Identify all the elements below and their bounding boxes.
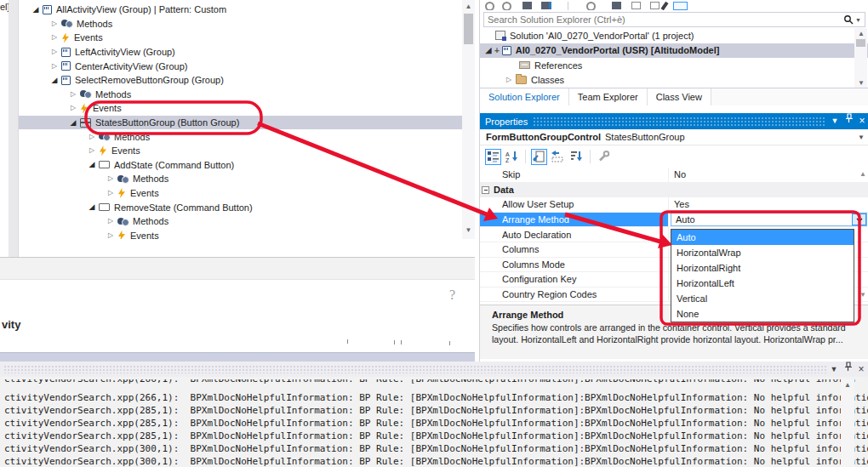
- log-line[interactable]: ctivityVendorSearch.xpp(285,1): BPXmlDoc…: [4, 405, 868, 417]
- dropdown-option-horizontalwrap[interactable]: HorizontalWrap: [671, 245, 854, 260]
- expander-collapsed-icon[interactable]: ▷: [504, 77, 514, 83]
- property-row-arrange-method[interactable]: Arrange Method Auto: [480, 213, 868, 228]
- back-icon[interactable]: [485, 2, 494, 10]
- category-row-data[interactable]: Data: [480, 183, 868, 198]
- home-icon[interactable]: [523, 2, 532, 9]
- search-options-chevron-icon[interactable]: ▼: [855, 17, 861, 23]
- collapse-category-icon[interactable]: [482, 186, 489, 194]
- expander-collapsed-icon[interactable]: ▷: [106, 232, 116, 239]
- tree-item-events[interactable]: ▷ Events: [19, 101, 475, 116]
- help-icon[interactable]: ?: [449, 288, 455, 303]
- properties-shortcut-icon[interactable]: [660, 2, 668, 10]
- tree-item-allactivityview[interactable]: ◢ AllActivityView (Group) | Pattern: Cus…: [19, 3, 475, 17]
- dropdown-option-none[interactable]: None: [671, 306, 854, 322]
- scroll-up-icon[interactable]: ▲: [462, 3, 475, 10]
- tree-item-methods[interactable]: ▷ Methods: [19, 172, 475, 186]
- property-value[interactable]: No: [669, 168, 868, 182]
- dropdown-option-vertical[interactable]: Vertical: [671, 291, 854, 306]
- classes-node[interactable]: ▷ Classes: [480, 73, 868, 88]
- tree-item-statesbuttongroup-selected[interactable]: ◢ StatesButtonGroup (Button Group): [19, 116, 475, 130]
- tab-team-explorer[interactable]: Team Explorer: [569, 88, 648, 105]
- pin-icon[interactable]: [841, 362, 854, 378]
- log-scrollbar[interactable]: ▲: [841, 379, 854, 467]
- log-line[interactable]: ctivityVendorSearch.xpp(300,1): BPXmlDoc…: [4, 443, 868, 455]
- window-position-chevron-icon[interactable]: ▼: [828, 113, 842, 129]
- scroll-thumb[interactable]: [464, 14, 473, 44]
- tree-item-events[interactable]: ▷ Events: [19, 144, 475, 158]
- search-icon[interactable]: ▼: [842, 14, 865, 25]
- grid-scroll-down-icon[interactable]: ▼: [859, 291, 866, 299]
- tree-item-selectremovebuttongroup[interactable]: ◢ SelectRemoveButtonGroup (Group): [19, 73, 475, 88]
- tree-item-leftactivityview[interactable]: ▷ LeftActivityView (Group): [19, 45, 475, 60]
- scroll-thumb[interactable]: [856, 39, 865, 47]
- log-line[interactable]: ctivityVendorSearch.xpp(266,1): BPXmlDoc…: [4, 392, 868, 404]
- tree-item-events[interactable]: ▷ Events: [19, 31, 475, 45]
- categorized-button[interactable]: [485, 149, 501, 165]
- forward-icon[interactable]: [502, 2, 511, 10]
- combo-dropdown-button[interactable]: [852, 214, 866, 225]
- solution-node[interactable]: Solution 'AI0_0270_VendorPortal' (1 proj…: [480, 28, 868, 43]
- expander-collapsed-icon[interactable]: ▷: [49, 34, 60, 41]
- references-node[interactable]: References: [480, 58, 868, 73]
- tree-scrollbar[interactable]: ▲ ▼: [462, 0, 475, 239]
- chevron-down-icon[interactable]: ▼: [858, 134, 865, 141]
- expander-expanded-icon[interactable]: ◢: [49, 77, 60, 84]
- close-icon[interactable]: ×: [855, 113, 868, 129]
- selected-object-combobox[interactable]: FormButtonGroupControl StatesButtonGroup…: [480, 129, 868, 145]
- expander-expanded-icon[interactable]: ◢: [68, 119, 78, 127]
- solution-tree-scrollbar[interactable]: ▲ ▼: [854, 28, 867, 88]
- tree-item-methods[interactable]: ▷ Methods: [19, 129, 475, 144]
- expander-collapsed-icon[interactable]: ▷: [106, 190, 116, 196]
- dropdown-option-auto[interactable]: Auto: [671, 230, 854, 245]
- left-splitter[interactable]: [9, 0, 19, 257]
- tab-class-view[interactable]: Class View: [648, 88, 711, 105]
- tree-item-methods[interactable]: ▷ Methods: [19, 17, 475, 31]
- tree-item-centeractivityview[interactable]: ▷ CenterActivityView (Group): [19, 59, 475, 73]
- expander-collapsed-icon[interactable]: ▷: [106, 218, 116, 225]
- search-input[interactable]: [484, 14, 842, 25]
- expander-expanded-icon[interactable]: ◢: [87, 203, 97, 211]
- expander-collapsed-icon[interactable]: ▷: [106, 175, 116, 182]
- expander-collapsed-icon[interactable]: ▷: [87, 134, 97, 140]
- alphabetical-sort-button[interactable]: AZ: [504, 149, 520, 165]
- expander-collapsed-icon[interactable]: ▷: [68, 105, 78, 111]
- tree-item-addstate[interactable]: ◢ AddState (Command Button): [19, 158, 475, 173]
- property-pages-wrench-button[interactable]: [596, 149, 612, 165]
- log-line[interactable]: ctivityVendorSearch.xpp(285,1): BPXmlDoc…: [4, 418, 868, 430]
- expander-expanded-icon[interactable]: ◢: [483, 47, 494, 54]
- expander-collapsed-icon[interactable]: ▷: [49, 48, 60, 55]
- dropdown-option-horizontalright[interactable]: HorizontalRight: [671, 260, 854, 276]
- show-all-files-icon[interactable]: [650, 2, 660, 9]
- scroll-down-icon[interactable]: ▼: [858, 79, 865, 87]
- pending-changes-filter-icon[interactable]: [586, 2, 596, 10]
- scroll-up-icon[interactable]: ▲: [858, 30, 865, 37]
- property-row-allow-user-setup[interactable]: Allow User Setup Yes: [480, 197, 868, 213]
- properties-view-button[interactable]: [531, 149, 547, 165]
- close-icon[interactable]: ×: [854, 362, 868, 378]
- tree-item-methods[interactable]: ▷ Methods: [19, 88, 475, 102]
- dropdown-option-horizontalleft[interactable]: HorizontalLeft: [671, 276, 854, 291]
- expander-collapsed-icon[interactable]: ▷: [49, 63, 60, 70]
- property-row-skip[interactable]: Skip No: [480, 168, 868, 183]
- property-value[interactable]: Yes: [669, 197, 868, 212]
- events-setup-button[interactable]: [550, 149, 566, 165]
- pin-icon[interactable]: [842, 113, 855, 129]
- project-node-selected[interactable]: ◢ + AI0_0270_VendorPortal (USR) [Altitud…: [480, 43, 868, 59]
- collapse-all-icon[interactable]: [631, 2, 641, 9]
- tab-solution-explorer[interactable]: Solution Explorer: [480, 88, 569, 105]
- expander-expanded-icon[interactable]: ◢: [31, 6, 41, 14]
- scroll-up-icon[interactable]: ▲: [841, 381, 854, 389]
- expander-expanded-icon[interactable]: ◢: [87, 161, 97, 168]
- tree-item-events[interactable]: ▷ Events: [19, 229, 475, 240]
- log-line[interactable]: ctivityVendorSearch.xpp(300,1): BPXmlDoc…: [4, 456, 868, 467]
- log-line[interactable]: ctivityVendorSearch.xpp(285,1): BPXmlDoc…: [4, 430, 868, 442]
- expander-collapsed-icon[interactable]: ▷: [68, 91, 78, 98]
- arrange-method-combobox[interactable]: Auto: [671, 213, 867, 226]
- scroll-down-icon[interactable]: ▼: [462, 226, 475, 234]
- tree-item-removestate[interactable]: ◢ RemoveState (Command Button): [19, 200, 475, 214]
- tree-item-methods[interactable]: ▷ Methods: [19, 214, 475, 229]
- expander-collapsed-icon[interactable]: ▷: [87, 147, 97, 154]
- preview-selected-items-toggle[interactable]: [673, 2, 688, 10]
- switch-views-icon[interactable]: [541, 2, 551, 9]
- tree-item-events[interactable]: ▷ Events: [19, 186, 475, 201]
